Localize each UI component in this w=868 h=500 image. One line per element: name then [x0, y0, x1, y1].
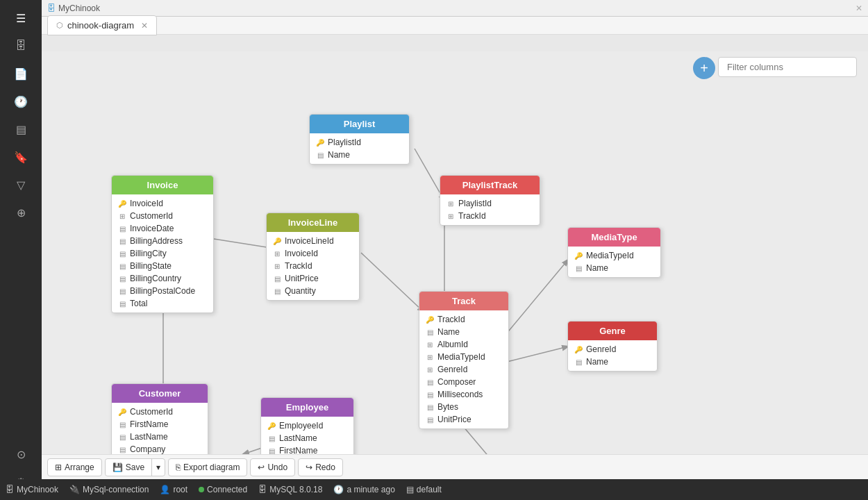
table-row: ▤ Total — [112, 297, 213, 310]
svg-line-2 — [361, 253, 424, 312]
sidebar-item-menu[interactable]: ☰ — [7, 6, 35, 31]
field-icon: ▤ — [267, 433, 276, 443]
sidebar-item-layers[interactable]: ⊕ — [7, 200, 35, 225]
table-row: ▤ Name — [568, 262, 660, 274]
table-row: ▤ LastName — [112, 431, 208, 443]
arrange-button[interactable]: ⊞ Arrange — [47, 458, 102, 476]
tab-close-btn[interactable]: ✕ — [141, 21, 148, 31]
field-icon: ▤ — [425, 377, 435, 387]
redo-label: Redo — [315, 462, 335, 472]
export-icon: ⎘ — [176, 462, 181, 472]
pk-icon: 🔑 — [425, 315, 435, 324]
connected-dot — [199, 487, 204, 492]
table-playlist[interactable]: Playlist 🔑 PlaylistId ▤ Name — [309, 114, 410, 165]
table-row: ⊞ CustomerId — [112, 210, 213, 222]
app-close-btn[interactable]: ✕ — [856, 3, 862, 13]
undo-button[interactable]: ↩ Undo — [250, 458, 295, 476]
field-icon: ▤ — [272, 286, 282, 296]
sidebar-item-filter[interactable]: ▽ — [7, 172, 35, 197]
bottom-toolbar: ⊞ Arrange 💾 Save ▾ ⎘ Export diagram ↩ Un… — [42, 454, 868, 479]
table-row: 🔑 EmployeeId — [261, 419, 353, 432]
add-table-button[interactable]: + — [693, 57, 715, 79]
table-track-header: Track — [419, 292, 508, 310]
table-employee-header: Employee — [261, 398, 353, 417]
field-icon: ▤ — [425, 390, 435, 399]
table-row: ▤ BillingCountry — [112, 272, 213, 285]
status-bar: 🗄 MyChinook 🔌 MySql-connection 👤 root Co… — [0, 479, 868, 500]
table-row: ▤ Milliseconds — [419, 388, 508, 401]
redo-button[interactable]: ↪ Redo — [298, 458, 343, 476]
default-icon: ▤ — [406, 485, 414, 494]
field-icon: ▤ — [117, 236, 127, 246]
sidebar: ☰ 🗄 📄 🕐 ▤ 🔖 ▽ ⊕ ⊙ ⚙ — [0, 0, 42, 500]
pk-icon: 🔑 — [574, 344, 583, 354]
arrange-label: Arrange — [65, 462, 94, 472]
pk-icon: 🔑 — [117, 407, 127, 417]
field-icon: ▤ — [574, 357, 583, 367]
table-invoiceline-header: InvoiceLine — [267, 213, 359, 232]
table-invoice-header: Invoice — [112, 176, 213, 194]
table-genre-header: Genre — [568, 322, 657, 340]
app-title-bar: 🗄 MyChinook ✕ — [42, 0, 868, 17]
sidebar-item-file[interactable]: 📄 — [7, 61, 35, 86]
diagram-canvas: + Playlist 🔑 PlaylistId — [42, 51, 868, 479]
fk-icon: ⊞ — [425, 352, 435, 362]
table-genre[interactable]: Genre 🔑 GenreId ▤ Name — [567, 321, 658, 372]
field-icon: ▤ — [425, 415, 435, 424]
diagram-tab[interactable]: ⬡ chinook-diagram ✕ — [47, 15, 157, 35]
field-icon: ▤ — [425, 402, 435, 412]
fk-icon: ⊞ — [425, 340, 435, 349]
table-invoiceline-body: 🔑 InvoiceLineId ⊞ InvoiceId ⊞ TrackId ▤ … — [267, 232, 359, 300]
table-row: ▤ Quantity — [267, 285, 359, 297]
table-playlist-body: 🔑 PlaylistId ▤ Name — [310, 133, 409, 164]
table-track-body: 🔑 TrackId ▤ Name ⊞ AlbumId ⊞ MediaTypeId… — [419, 310, 508, 428]
table-row: ▤ BillingCity — [112, 247, 213, 260]
table-invoice[interactable]: Invoice 🔑 InvoiceId ⊞ CustomerId ▤ Invoi… — [111, 175, 214, 313]
table-mediatype[interactable]: MediaType 🔑 MediaTypeId ▤ Name — [567, 227, 661, 278]
undo-label: Undo — [267, 462, 287, 472]
sidebar-item-bookmark[interactable]: 🔖 — [7, 144, 35, 169]
filter-columns-input[interactable] — [718, 57, 857, 77]
table-row: ⊞ MediaTypeId — [419, 351, 508, 363]
svg-line-5 — [499, 347, 568, 364]
sidebar-item-list[interactable]: ▤ — [7, 117, 35, 142]
sidebar-item-dot[interactable]: ⊙ — [7, 442, 35, 467]
table-row: ▤ BillingState — [112, 260, 213, 272]
field-icon: ▤ — [117, 286, 127, 296]
fk-icon: ⊞ — [425, 365, 435, 374]
save-button[interactable]: 💾 Save — [106, 459, 151, 476]
chevron-down-icon: ▾ — [156, 462, 160, 472]
field-icon: ▤ — [117, 224, 127, 233]
table-row: ⊞ TrackId — [440, 210, 540, 222]
tab-bar: ⬡ chinook-diagram ✕ — [42, 17, 868, 35]
table-row: ⊞ GenreId — [419, 363, 508, 376]
table-row: ⊞ TrackId — [267, 260, 359, 272]
table-invoiceline[interactable]: InvoiceLine 🔑 InvoiceLineId ⊞ InvoiceId … — [266, 212, 360, 301]
table-playlisttrack[interactable]: PlaylistTrack ⊞ PlaylistId ⊞ TrackId — [440, 175, 540, 226]
table-row: ⊞ InvoiceId — [267, 247, 359, 260]
export-label: Export diagram — [183, 462, 240, 472]
table-row: 🔑 InvoiceLineId — [267, 235, 359, 247]
sidebar-item-database[interactable]: 🗄 — [7, 33, 35, 58]
table-row: 🔑 PlaylistId — [310, 136, 409, 149]
fk-icon: ⊞ — [446, 199, 456, 208]
table-row: 🔑 CustomerId — [112, 406, 208, 418]
table-row: ▤ Bytes — [419, 401, 508, 413]
table-invoice-body: 🔑 InvoiceId ⊞ CustomerId ▤ InvoiceDate ▤… — [112, 194, 213, 312]
field-icon: ▤ — [315, 150, 325, 160]
app-title: MyChinook — [58, 3, 100, 13]
table-track[interactable]: Track 🔑 TrackId ▤ Name ⊞ AlbumId ⊞ Media… — [419, 291, 509, 429]
export-diagram-button[interactable]: ⎘ Export diagram — [168, 458, 247, 476]
table-row: ⊞ AlbumId — [419, 338, 508, 351]
fk-icon: ⊞ — [446, 211, 456, 221]
save-dropdown-button[interactable]: ▾ — [151, 459, 165, 476]
arrange-icon: ⊞ — [55, 462, 62, 472]
status-connected: Connected — [199, 485, 247, 494]
sidebar-item-history[interactable]: 🕐 — [7, 89, 35, 114]
table-mediatype-body: 🔑 MediaTypeId ▤ Name — [568, 247, 660, 277]
pk-icon: 🔑 — [272, 236, 282, 246]
clock-icon: 🕐 — [333, 485, 344, 494]
status-connection: 🔌 MySql-connection — [69, 485, 149, 494]
pk-icon: 🔑 — [574, 251, 583, 260]
save-icon: 💾 — [112, 462, 123, 472]
